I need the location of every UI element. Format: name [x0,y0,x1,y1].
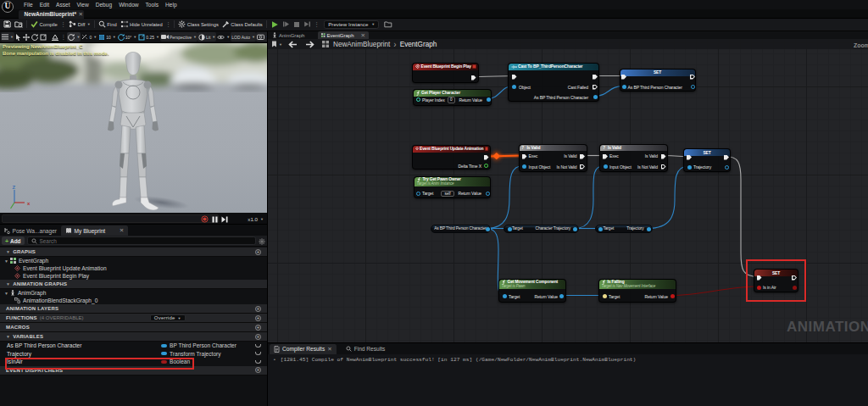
node-set-as-bp-third-person-character[interactable]: SET As BP Third Person Character [620,69,696,92]
object-pin[interactable] [512,85,516,89]
item-eventgraph[interactable]: ▼EventGraph [0,257,267,264]
target-pin[interactable] [508,227,512,231]
node-cast-to-bp-thirdpersoncharacter[interactable]: Cast To BP_ThirdPersonCharacter Object C… [508,63,599,102]
debug-browse-button[interactable] [382,20,394,28]
add-macro-icon[interactable]: + [255,325,261,331]
player-index-value[interactable]: 0 [448,97,455,103]
translate-tool-icon[interactable] [22,32,31,42]
exec-in-pin[interactable] [687,155,692,160]
panel-settings-icon[interactable] [259,233,265,248]
preview-instance-dropdown[interactable]: Preview Instance▼ [324,20,379,30]
target-pin[interactable] [503,294,507,298]
timeline-scrubber[interactable] [2,214,219,223]
compile-button[interactable]: Compile [29,20,59,28]
exec-out-pin[interactable] [690,75,695,80]
tab-animgraph[interactable]: AnimGraph [269,31,308,39]
item-blendstackgraph[interactable]: AnimationBlendStackGraph_0 [0,297,267,304]
exec-in-pin[interactable] [512,75,517,80]
delta-time-pin[interactable] [484,164,488,168]
is-not-valid-out-pin[interactable] [580,164,585,170]
diff-button[interactable]: Diff▼ [67,20,92,28]
menu-asset[interactable]: Asset [53,2,74,8]
scale-tool-icon[interactable] [39,32,47,42]
section-macros[interactable]: MACROS+ [0,323,267,332]
node-event-update-animation[interactable]: Event Blueprint Update Animation Delta T… [412,145,491,170]
player-index-pin[interactable] [416,97,420,102]
close-tab-icon[interactable]: ✕ [327,346,331,353]
node-try-get-pawn-owner[interactable]: Try Get Pawn OwnerTarget is Anim Instanc… [414,176,491,198]
target-self-value[interactable]: self [441,191,454,197]
class-settings-button[interactable]: Class Settings [176,20,220,28]
perspective-dropdown[interactable]: Perspective▼ [160,32,198,42]
value-out-pin[interactable] [647,227,651,231]
compile-options-icon[interactable]: ⋮ [59,21,68,28]
add-event-dispatcher-icon[interactable]: + [255,367,261,373]
stop-button[interactable] [292,21,302,28]
node-graph-canvas[interactable]: ▼ NewAnimBlueprint › EventGraph Zoom ANI… [268,39,868,342]
menu-help[interactable]: Help [162,2,181,8]
close-tab-icon[interactable]: ✕ [79,11,83,18]
tab-find-results[interactable]: Find Results [342,344,390,355]
browse-asset-button[interactable] [13,20,25,28]
variable-row-asbp[interactable]: As BP Third Person CharacterBP Third Per… [0,342,267,350]
grid-snap-toggle[interactable]: ▼ [67,32,81,42]
node-event-begin-play[interactable]: Event Blueprint Begin Play [412,63,479,83]
menu-tools[interactable]: Tools [142,2,162,8]
viewport-options-button[interactable]: ▼ [1,32,14,42]
section-functions[interactable]: FUNCTIONS(4 OVERRIDABLE)Override▼+ [0,314,267,323]
rotate-tool-icon[interactable] [31,32,39,42]
hide-unrelated-options-icon[interactable]: ⋮ [164,21,173,28]
section-variables[interactable]: ▼VARIABLES+ [0,332,267,342]
exec-in-pin[interactable] [522,154,527,159]
target-pin[interactable] [416,192,420,196]
return-value-pin[interactable] [486,192,490,196]
preview-viewport[interactable]: Previewing NewAnimBlueprint_C Bone manip… [0,43,267,213]
add-animation-layer-icon[interactable]: + [255,306,261,312]
input-object-pin[interactable] [604,164,608,169]
playback-speed[interactable]: x1.0 [248,216,258,222]
find-button[interactable]: Find [97,20,119,28]
tab-eventgraph[interactable]: EventGraph✕ [318,31,369,39]
variable-visibility-icon[interactable] [255,360,261,364]
item-event-begin-play[interactable]: Event Blueprint Begin Play [0,272,267,280]
frame-skip-button[interactable] [281,20,292,28]
compiler-log-entry[interactable]: • [1281.45] Compile of NewAnimBlueprint … [273,357,636,363]
input-object-pin[interactable] [522,164,526,169]
exec-out-pin[interactable] [724,155,729,160]
play-options-icon[interactable]: ⋮ [313,21,321,28]
value-out-pin[interactable] [486,227,490,231]
show-flags-dropdown[interactable]: ▼ [216,32,231,42]
class-defaults-button[interactable]: Class Defaults [220,20,264,28]
is-not-valid-out-pin[interactable] [661,164,666,170]
menu-edit[interactable]: Edit [36,2,53,8]
eject-button[interactable] [302,20,313,28]
tab-my-blueprint[interactable]: My Blueprint ✕ [61,225,128,236]
item-animgraph[interactable]: ▼AnimGraph [0,289,267,297]
return-value-pin[interactable] [559,294,564,298]
cast-failed-pin[interactable] [593,85,598,90]
search-input[interactable]: Search [27,236,256,245]
value-in-pin[interactable] [687,165,692,170]
select-tool-icon[interactable] [14,32,22,42]
move-snap-value[interactable]: 10▼ [97,32,117,42]
node-get-trajectory[interactable]: Target Trajectory [595,225,653,234]
add-graph-icon[interactable]: + [255,249,261,255]
node-set-trajectory[interactable]: SET Trajectory [683,148,731,172]
exec-out-pin[interactable] [471,75,476,81]
tab-newanimblueprint[interactable]: NewAnimBlueprint* ✕ [19,10,84,19]
target-pin[interactable] [598,227,603,231]
node-get-as-bp-third-person-character[interactable]: As BP Third Person Character [431,225,491,234]
value-out-pin[interactable] [725,165,729,170]
override-dropdown[interactable]: Override▼ [150,314,186,322]
value-out-pin[interactable] [573,227,577,231]
value-in-pin[interactable] [622,85,626,89]
tab-pose-watch-manager[interactable]: Pose Wa...anager [0,225,61,236]
item-event-update-animation[interactable]: Event Blueprint Update Animation [0,264,267,272]
return-value-pin[interactable] [670,294,675,298]
variable-visibility-icon[interactable] [255,352,261,355]
exec-in-pin[interactable] [603,154,608,159]
surface-snap-icon[interactable] [51,32,59,42]
exec-out-pin[interactable] [484,155,489,160]
hide-unrelated-button[interactable]: Hide Unrelated [119,20,164,28]
menu-file[interactable]: File [20,2,36,8]
